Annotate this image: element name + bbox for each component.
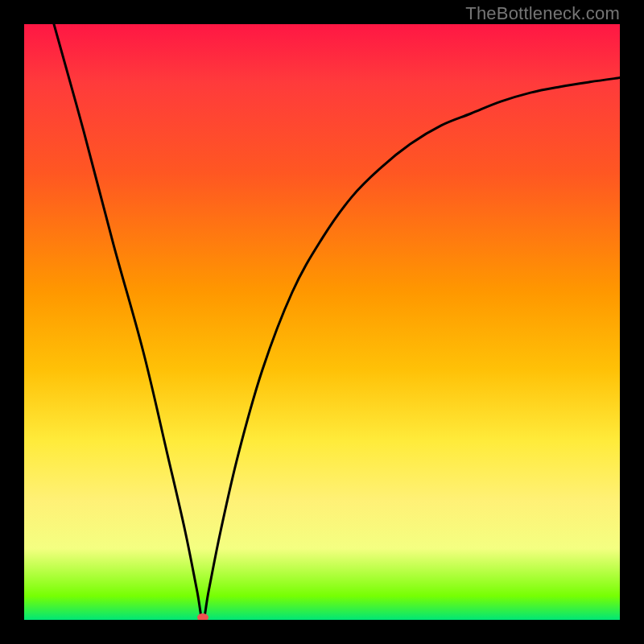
- curve-svg: [24, 24, 620, 620]
- watermark-text: TheBottleneck.com: [465, 3, 620, 24]
- bottleneck-curve: [54, 24, 620, 620]
- minimum-marker: [197, 613, 208, 620]
- chart-frame: TheBottleneck.com: [0, 0, 644, 644]
- plot-area: [24, 24, 620, 620]
